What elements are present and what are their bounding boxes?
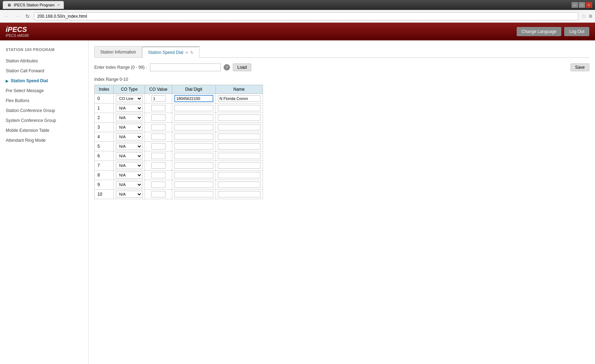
co-value-input[interactable]: [151, 95, 165, 102]
co-value-input[interactable]: [151, 124, 165, 130]
cell-dial-digit[interactable]: [172, 170, 215, 180]
co-value-input[interactable]: [151, 105, 165, 111]
dial-digit-input[interactable]: [174, 172, 213, 178]
maximize-button[interactable]: □: [579, 2, 585, 8]
sidebar-item-station-speed-dial[interactable]: ▶Station Speed Dial: [0, 76, 88, 86]
dial-digit-input[interactable]: [174, 124, 213, 130]
dial-digit-input[interactable]: [174, 143, 213, 150]
cell-co-type[interactable]: N/ACO LineIP LineIntercom: [114, 132, 145, 142]
cell-dial-digit[interactable]: [172, 132, 215, 142]
cell-name[interactable]: [215, 170, 263, 180]
change-language-button[interactable]: Change Language: [517, 27, 562, 36]
sidebar-item-pre-select-message[interactable]: Pre Select Message: [0, 86, 88, 96]
sidebar-item-station-attributes[interactable]: Station Attributes: [0, 56, 88, 66]
cell-co-value[interactable]: [145, 180, 172, 190]
tab-close-button[interactable]: ✕: [185, 51, 188, 55]
cell-co-type[interactable]: N/ACO LineIP LineIntercom: [114, 180, 145, 190]
tab-station-information[interactable]: Station Information: [94, 46, 142, 57]
dial-digit-input[interactable]: [174, 181, 213, 188]
name-input[interactable]: [218, 105, 260, 111]
forward-button[interactable]: →: [13, 13, 21, 20]
sidebar-item-system-conference-group[interactable]: System Conference Group: [0, 116, 88, 125]
tab-station-speed-dial[interactable]: Station Speed Dial ✕ ↻: [142, 46, 200, 58]
co-type-select[interactable]: N/ACO LineIP LineIntercom: [116, 191, 142, 198]
co-value-input[interactable]: [151, 114, 165, 121]
co-type-select[interactable]: N/ACO LineIP LineIntercom: [116, 152, 142, 159]
cell-co-type[interactable]: N/ACO LineIP LineIntercom: [114, 123, 145, 132]
dial-digit-input[interactable]: [174, 191, 213, 197]
cell-co-value[interactable]: [145, 161, 172, 170]
cell-co-value[interactable]: [145, 94, 172, 103]
sidebar-item-station-call-forward[interactable]: Station Call Forward: [0, 66, 88, 76]
dial-digit-input[interactable]: [174, 114, 213, 121]
help-button[interactable]: ?: [224, 64, 230, 71]
cell-co-value[interactable]: [145, 190, 172, 199]
tab-close-icon[interactable]: ×: [57, 3, 60, 7]
cell-co-type[interactable]: N/ACO LineIP LineIntercom: [114, 113, 145, 123]
logout-button[interactable]: Log Out: [564, 27, 589, 36]
browser-tab[interactable]: 🖥 iPECS Station Program ×: [3, 1, 64, 9]
cell-co-type[interactable]: N/ACO LineIP LineIntercom: [114, 161, 145, 170]
cell-co-type[interactable]: N/ACO LineIP LineIntercom: [114, 103, 145, 113]
cell-name[interactable]: [215, 103, 263, 113]
co-type-select[interactable]: N/ACO LineIP LineIntercom: [116, 133, 142, 140]
co-value-input[interactable]: [151, 153, 165, 159]
cell-name[interactable]: [215, 161, 263, 170]
co-type-select[interactable]: N/ACO LineIP LineIntercom: [116, 124, 142, 131]
cell-dial-digit[interactable]: [172, 180, 215, 190]
name-input[interactable]: [218, 124, 260, 130]
cell-co-type[interactable]: N/ACO LineIP LineIntercom: [114, 170, 145, 180]
save-button[interactable]: Save: [571, 63, 589, 71]
cell-name[interactable]: [215, 180, 263, 190]
cell-co-value[interactable]: [145, 113, 172, 123]
cell-co-value[interactable]: [145, 142, 172, 151]
menu-icon[interactable]: ≡: [589, 13, 592, 19]
co-type-select[interactable]: N/ACO LineIP LineIntercom: [116, 114, 142, 121]
co-type-select[interactable]: N/ACO LineIP LineIntercom: [116, 172, 142, 179]
cell-co-type[interactable]: N/ACO LineIP LineIntercom: [114, 142, 145, 151]
name-input[interactable]: [218, 191, 260, 197]
dial-digit-input[interactable]: [174, 95, 213, 102]
co-value-input[interactable]: [151, 191, 165, 197]
co-value-input[interactable]: [151, 162, 165, 169]
name-input[interactable]: [218, 172, 260, 178]
dial-digit-input[interactable]: [174, 134, 213, 140]
cell-co-value[interactable]: [145, 103, 172, 113]
cell-name[interactable]: [215, 94, 263, 103]
load-button[interactable]: Load: [233, 63, 252, 71]
name-input[interactable]: [218, 162, 260, 169]
cell-co-type[interactable]: N/ACO LineIP LineIntercom: [114, 94, 145, 103]
cell-co-type[interactable]: N/ACO LineIP LineIntercom: [114, 190, 145, 199]
co-type-select[interactable]: N/ACO LineIP LineIntercom: [116, 181, 142, 188]
name-input[interactable]: [218, 95, 260, 102]
cell-dial-digit[interactable]: [172, 190, 215, 199]
cell-co-value[interactable]: [145, 170, 172, 180]
co-type-select[interactable]: N/ACO LineIP LineIntercom: [116, 105, 142, 112]
dial-digit-input[interactable]: [174, 153, 213, 159]
sidebar-item-attendant-ring-mode[interactable]: Attendant Ring Mode: [0, 135, 88, 145]
cell-dial-digit[interactable]: [172, 94, 215, 103]
name-input[interactable]: [218, 181, 260, 188]
cell-dial-digit[interactable]: [172, 113, 215, 123]
cell-name[interactable]: [215, 132, 263, 142]
cell-name[interactable]: [215, 113, 263, 123]
name-input[interactable]: [218, 143, 260, 150]
co-type-select[interactable]: N/ACO LineIP LineIntercom: [116, 95, 142, 102]
cell-dial-digit[interactable]: [172, 151, 215, 161]
dial-digit-input[interactable]: [174, 162, 213, 169]
sidebar-item-mobile-extension-table[interactable]: Mobile Extension Table: [0, 125, 88, 135]
co-value-input[interactable]: [151, 143, 165, 150]
cell-co-type[interactable]: N/ACO LineIP LineIntercom: [114, 151, 145, 161]
minimize-button[interactable]: ─: [572, 2, 578, 8]
cell-dial-digit[interactable]: [172, 161, 215, 170]
back-button[interactable]: ←: [3, 13, 11, 20]
dial-digit-input[interactable]: [174, 105, 213, 111]
sidebar-item-station-conference-group[interactable]: Station Conference Group: [0, 106, 88, 116]
close-button[interactable]: ×: [586, 2, 592, 8]
name-input[interactable]: [218, 153, 260, 159]
cell-name[interactable]: [215, 142, 263, 151]
cell-name[interactable]: [215, 151, 263, 161]
co-value-input[interactable]: [151, 172, 165, 178]
sidebar-item-flex-buttons[interactable]: Flex Buttons: [0, 96, 88, 106]
cell-dial-digit[interactable]: [172, 103, 215, 113]
